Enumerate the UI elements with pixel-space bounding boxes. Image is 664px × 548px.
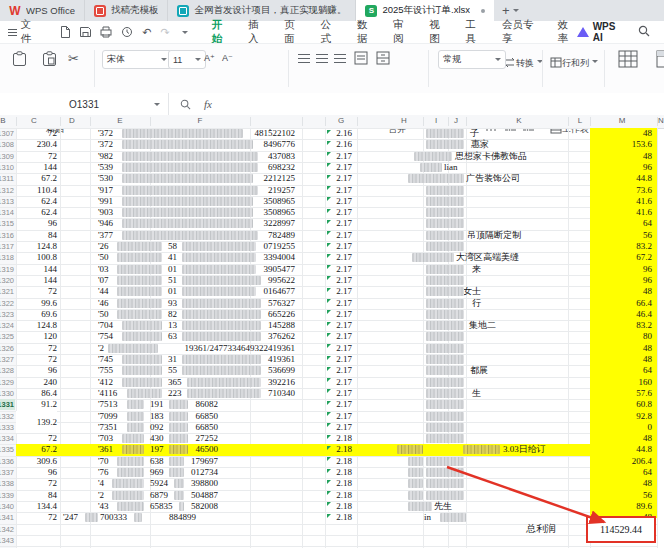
cell-k[interactable]: 来	[472, 264, 481, 275]
cell-e[interactable]: 8496776	[264, 139, 296, 150]
cell-g[interactable]: 2.18	[326, 501, 352, 512]
quick-access-dropdown-icon[interactable]	[182, 31, 188, 34]
cell-e-fragment[interactable]: '50	[98, 252, 109, 263]
table-row[interactable]: 1310144'5396982322.17lian96	[0, 162, 664, 173]
row-header[interactable]: 1343	[0, 535, 15, 546]
cell-g[interactable]: 2.17	[326, 388, 352, 399]
menu-tab-会员专享[interactable]: 会员专享	[502, 18, 541, 46]
table-row[interactable]: 131167.2'53022121252.17广告装饰公司44.8	[0, 173, 664, 184]
row-header[interactable]: 1331	[0, 399, 15, 410]
cell-g[interactable]: 2.18	[326, 490, 352, 501]
cell-e-fragment[interactable]: 638	[150, 456, 164, 467]
table-row[interactable]: 132299.6'46935763272.17行66.4	[0, 298, 664, 309]
cell-e-fragment[interactable]: '745	[98, 354, 113, 365]
cell-e-fragment[interactable]: 969	[150, 467, 164, 478]
row-header[interactable]: 1341	[0, 512, 15, 523]
table-row[interactable]: 130972'9824370832.17思想家卡佛教饰品48	[0, 151, 664, 162]
cell-e[interactable]: 504887	[191, 490, 218, 501]
row-header[interactable]: 1319	[0, 264, 15, 275]
cell-m[interactable]: 48	[590, 478, 654, 489]
cell-k[interactable]: 行	[472, 298, 481, 309]
table-row[interactable]: 1308230.4'37284967762.16惠家153.6	[0, 139, 664, 150]
row-header[interactable]: 1330	[0, 388, 15, 399]
menu-tab-工具[interactable]: 工具	[466, 18, 485, 46]
row-header[interactable]: 1334	[0, 433, 15, 444]
cell-e-fragment[interactable]: '44	[98, 286, 109, 297]
cell-e-fragment[interactable]: 63	[168, 331, 177, 342]
cell-c[interactable]: 110.4	[16, 185, 57, 196]
column-header-I[interactable]: I	[435, 116, 437, 125]
cell-e-fragment[interactable]: '03	[98, 264, 109, 275]
row-header[interactable]: 1324	[0, 320, 15, 331]
cell-k[interactable]: 吊顶隔断定制	[467, 230, 521, 241]
cell-m[interactable]: 89.6	[590, 501, 654, 512]
cell-g[interactable]: 2.17	[326, 252, 352, 263]
cell-e[interactable]: 698232	[268, 162, 295, 173]
menu-tab-公式[interactable]: 公式	[321, 18, 340, 46]
cell-e[interactable]: 86082	[196, 399, 219, 410]
cell-m[interactable]: 160	[590, 377, 654, 388]
table-row[interactable]: 131684'3777824892.17吊顶隔断定制56	[0, 230, 664, 241]
cell-e[interactable]: 419361	[268, 354, 295, 365]
table-row[interactable]: 133567.2'361197465002.183.03日给订44.8	[0, 444, 664, 455]
cell-m[interactable]: 48	[590, 151, 654, 162]
cell-c[interactable]: 69.6	[16, 309, 57, 320]
menu-tab-视图[interactable]: 视图	[429, 18, 448, 46]
cell-e-fragment[interactable]: 82	[168, 309, 177, 320]
font-size-select[interactable]: 11	[168, 50, 206, 69]
table-row[interactable]: 132672'219361/24773346493224193612.1748	[0, 343, 664, 354]
table-row[interactable]: 1312110.4'9172192572.1773.6	[0, 185, 664, 196]
cell-e-fragment[interactable]: '46	[98, 298, 109, 309]
cell-c[interactable]: 62.4	[16, 207, 57, 218]
cell-c[interactable]: 72	[16, 433, 57, 444]
cell-g[interactable]: 2.17	[326, 365, 352, 376]
cell-e-fragment[interactable]: 223	[168, 388, 182, 399]
cell-c[interactable]: 96	[16, 365, 57, 376]
cell-e-fragment[interactable]: '372	[98, 128, 113, 139]
cell-e-fragment[interactable]: '372	[98, 139, 113, 150]
cell-k[interactable]: 广告装饰公司	[466, 173, 520, 184]
cell-e[interactable]: 19361/2477334649322419361	[184, 343, 295, 354]
cell-e-fragment[interactable]: '361	[98, 444, 113, 455]
cut-icon[interactable]: ✂	[68, 52, 79, 65]
cell-c[interactable]: 72	[16, 286, 57, 297]
undo-icon[interactable]: ↶	[142, 27, 151, 38]
cell-e-fragment[interactable]: 55	[168, 365, 177, 376]
cell-e[interactable]: 0164677	[264, 286, 296, 297]
cell-j[interactable]: lian	[444, 162, 458, 173]
row-header[interactable]: 1337	[0, 467, 15, 478]
wps-ai-button[interactable]: WPS AI	[577, 21, 624, 43]
cell-m[interactable]: 48	[590, 286, 654, 297]
formula-search-icon[interactable]	[180, 96, 191, 112]
cell-e-fragment[interactable]: '4116	[98, 388, 117, 399]
cell-c[interactable]: 144	[16, 264, 57, 275]
cell-e-fragment[interactable]: '946	[98, 218, 113, 229]
cell-m[interactable]: 56	[590, 230, 654, 241]
cell-m[interactable]: 96	[590, 162, 654, 173]
cell-g[interactable]: 2.18	[326, 456, 352, 467]
row-header[interactable]: 1323	[0, 309, 15, 320]
cell-m[interactable]: 57.6	[590, 388, 654, 399]
cell-m[interactable]: 44.8	[590, 173, 654, 184]
cell-m[interactable]: 46.4	[590, 309, 654, 320]
menu-tab-数据[interactable]: 数据	[357, 18, 376, 46]
column-header-J[interactable]: J	[454, 116, 458, 125]
cell-m[interactable]: 0	[590, 422, 654, 433]
cell-e-fragment[interactable]: 41	[168, 252, 177, 263]
menu-tab-开始[interactable]: 开始	[212, 18, 231, 46]
cell-k[interactable]: 都展	[470, 365, 488, 376]
cell-c[interactable]: 72	[16, 478, 57, 489]
redo-icon[interactable]: ↷	[161, 27, 170, 38]
cell-m[interactable]: 66.4	[590, 298, 654, 309]
row-header[interactable]: 1332	[0, 411, 15, 422]
table-row[interactable]: 133086.4'41162237103402.17生57.6	[0, 388, 664, 399]
cell-e-fragment[interactable]: '704	[98, 320, 113, 331]
row-header[interactable]: 1342	[0, 524, 15, 535]
cell-e-fragment[interactable]: 092	[150, 422, 164, 433]
cell-e[interactable]: 576327	[268, 298, 295, 309]
cell-l[interactable]: 3.03日给订	[503, 444, 546, 455]
cell-m[interactable]: 92.8	[590, 411, 654, 422]
paste-special-icon[interactable]	[42, 51, 57, 71]
cell-m[interactable]: 206.4	[590, 456, 654, 467]
cell-c[interactable]: 67.2	[16, 173, 57, 184]
